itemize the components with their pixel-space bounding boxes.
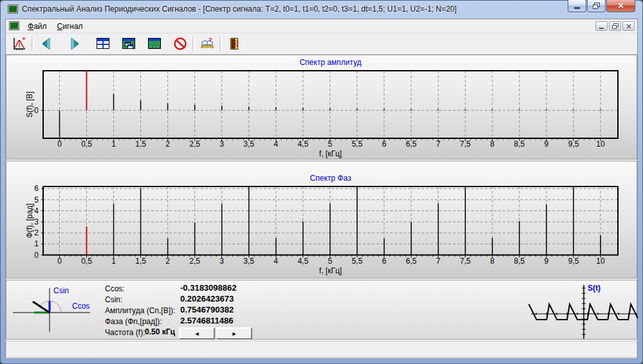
menu-file[interactable]: Файл [23,21,52,32]
restore-icon [612,23,619,29]
amplitude-spectrum-chart: 00,511,522,533,544,555,566,577,588,599,5… [6,55,637,159]
status-bar [6,341,637,358]
svg-text:5,5: 5,5 [351,257,362,266]
harmonic-info-panel: CsinCcos Ccos: Csin: Амплитуда (Cn,[В]):… [6,280,637,340]
mdi-close-button[interactable] [622,21,635,31]
svg-text:2,5: 2,5 [189,257,200,266]
tile-windows-icon [95,36,111,51]
svg-text:3,5: 3,5 [243,140,254,149]
svg-text:1: 1 [111,140,116,149]
maximize-button[interactable] [587,0,606,12]
arrow-left-icon [39,37,53,51]
signal-preview: S(t) [512,280,638,339]
svg-text:9,5: 9,5 [568,257,579,266]
ccos-label: Ccos: [105,284,125,293]
chart-title: Спектр Фаз [310,174,351,183]
x-axis-label: f, [кГц] [319,266,342,275]
svg-text:5: 5 [328,257,332,266]
svg-text:3: 3 [219,140,224,149]
svg-text:0: 0 [34,106,39,115]
signal-preview-label: S(t) [588,284,601,293]
menu-signal[interactable]: Сигнал [52,21,88,32]
close-all-button[interactable] [171,35,190,52]
arrow-right-icon [68,37,82,51]
svg-text:2,5: 2,5 [189,140,200,149]
title-bar[interactable]: Спектральный Анализ Периодических Сигнал… [0,0,643,18]
svg-text:3: 3 [34,217,39,226]
svg-text:5: 5 [328,140,332,149]
spectrum-plot-button[interactable] [10,35,29,52]
amplitude-label: Амплитуда (Cn,[В]): [105,306,175,315]
mdi-restore-button[interactable] [609,21,621,31]
svg-text:10: 10 [596,257,605,266]
toolbar-separator [219,37,222,51]
svg-text:2: 2 [34,228,39,237]
phase-label: Фаза (Фn,[рад]): [105,317,162,326]
svg-text:9,5: 9,5 [568,140,579,149]
svg-text:9: 9 [545,257,549,266]
svg-text:8: 8 [490,257,495,266]
phase-spectrum-panel: 00,511,522,533,544,555,566,577,588,599,5… [6,161,637,278]
prohibit-icon [173,37,187,51]
menu-bar: Файл Сигнал [6,19,637,33]
frequency-value: 0.50 кГц [145,327,175,336]
csin-value: 0.2026423673 [180,294,234,304]
prev-harmonic-button[interactable] [37,35,56,52]
csin-label: Csin: [105,295,122,304]
close-button[interactable]: ✕ [606,0,635,12]
x-axis-label: f, [кГц] [319,149,342,158]
toolbar-separator [32,37,34,51]
svg-text:0: 0 [57,140,62,149]
minimize-all-icon [147,36,162,51]
svg-text:1: 1 [34,239,39,248]
svg-text:4: 4 [34,206,39,215]
restore-icon [593,3,600,9]
exit-button[interactable] [225,35,244,52]
exit-door-icon [227,37,241,51]
toolbar-separator [192,37,195,51]
frequency-label: Частота (f): [105,328,145,337]
csin-axis-label: Csin [53,286,69,295]
mdi-minimize-button[interactable] [595,21,608,31]
y-axis-label: S(f), [В] [25,91,34,118]
minimize-icon [599,28,604,29]
window-title: Спектральный Анализ Периодических Сигнал… [22,5,456,14]
svg-text:0,5: 0,5 [81,257,92,266]
svg-text:1,5: 1,5 [135,140,146,149]
app-window: Спектральный Анализ Периодических Сигнал… [0,0,643,364]
chart-title: Спектр амплитуд [299,58,361,67]
next-harmonic-nav-button[interactable]: ► [216,327,252,340]
help-book-icon: ? [200,36,215,51]
svg-text:9: 9 [545,140,549,149]
oscilloscope-icon [8,4,18,14]
minimize-button[interactable] [568,0,586,12]
next-harmonic-button[interactable] [65,35,84,52]
svg-text:4,5: 4,5 [297,140,308,149]
cascade-windows-button[interactable] [119,35,138,52]
tile-windows-button[interactable] [93,35,113,52]
prev-harmonic-nav-button[interactable]: ◄ [179,327,215,340]
svg-text:7,5: 7,5 [460,140,471,149]
svg-text:0: 0 [34,251,39,260]
svg-text:3: 3 [219,257,224,266]
minimize-icon [574,7,580,9]
svg-text:7: 7 [436,257,441,266]
phase-spectrum-chart: 00,511,522,533,544,555,566,577,588,599,5… [6,161,637,278]
svg-text:0: 0 [57,257,62,266]
help-button[interactable]: ? [198,35,217,52]
phase-value: 2.5746811486 [180,316,233,325]
svg-text:2: 2 [165,140,170,149]
svg-text:10: 10 [596,140,605,149]
close-icon: ✕ [617,2,624,10]
svg-text:6,5: 6,5 [405,140,416,149]
client-area: Файл Сигнал [5,19,638,359]
svg-text:6,5: 6,5 [405,257,416,266]
svg-text:2: 2 [165,257,170,266]
amplitude-value: 0.7546790382 [180,305,234,314]
close-icon [626,24,631,29]
svg-text:3,5: 3,5 [243,257,254,266]
mdi-child-icon[interactable] [9,21,19,31]
svg-text:1: 1 [111,257,116,266]
svg-text:7,5: 7,5 [460,257,471,266]
minimize-all-windows-button[interactable] [145,35,164,52]
